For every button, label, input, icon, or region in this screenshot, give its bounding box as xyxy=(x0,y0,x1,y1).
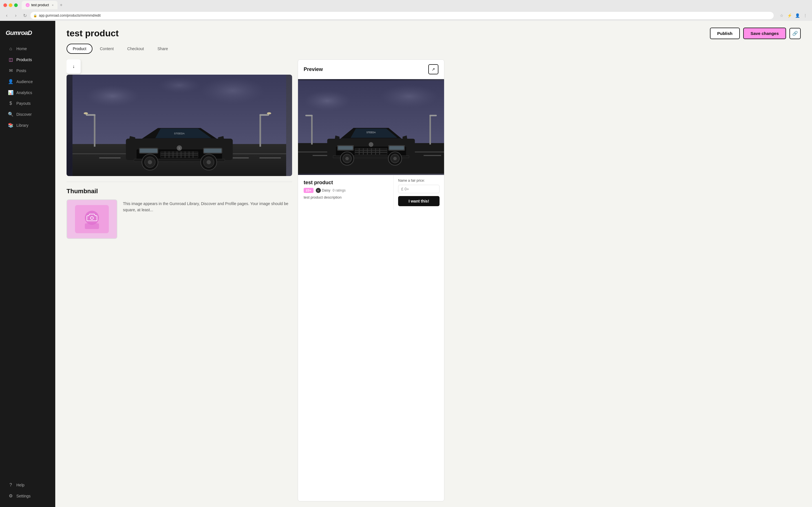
price-badge: £0+ xyxy=(304,188,313,193)
currency-symbol: £ xyxy=(401,187,403,191)
profile-icon[interactable]: 👤 xyxy=(794,12,801,19)
sidebar-item-home[interactable]: ⌂ Home xyxy=(2,43,53,54)
url-bar[interactable]: 🔒 app.gumroad.com/products/mmmmd/edit xyxy=(31,12,774,19)
settings-icon: ⚙ xyxy=(8,493,13,499)
refresh-button[interactable]: ↻ xyxy=(21,12,28,19)
svg-rect-74 xyxy=(367,149,368,155)
preview-product-image: STEEDA xyxy=(298,79,444,175)
sidebar-item-discover[interactable]: 🔍 Discover xyxy=(2,109,53,120)
back-button[interactable]: ‹ xyxy=(3,12,10,19)
price-input-field[interactable]: £ 0+ xyxy=(398,185,440,193)
sidebar-item-label: Discover xyxy=(16,112,32,117)
seller-name: Daisy xyxy=(322,188,331,192)
sidebar-item-analytics[interactable]: 📊 Analytics xyxy=(2,87,53,98)
tab-checkout[interactable]: Checkout xyxy=(121,44,150,54)
price-panel: Name a fair price: £ 0+ I want this! xyxy=(393,175,444,210)
preview-panel: Preview ↗ xyxy=(298,59,444,501)
maximize-window-button[interactable] xyxy=(14,3,18,7)
svg-point-22 xyxy=(267,112,271,115)
sidebar-item-products[interactable]: ◫ Products xyxy=(2,54,53,65)
address-bar: ‹ › ↻ 🔒 app.gumroad.com/products/mmmmd/e… xyxy=(0,10,812,21)
discover-icon: 🔍 xyxy=(8,112,13,117)
preview-info-left: test product £0+ D Daisy 0 ratings test … xyxy=(298,175,393,210)
svg-rect-29 xyxy=(168,152,169,158)
tab-share[interactable]: Share xyxy=(151,44,174,54)
tabs: Product Content Checkout Share xyxy=(55,39,812,54)
svg-rect-39 xyxy=(140,149,158,153)
preview-description: test product description xyxy=(304,195,388,200)
svg-rect-16 xyxy=(259,158,281,159)
svg-text:S: S xyxy=(179,147,180,150)
svg-rect-77 xyxy=(379,149,380,155)
svg-rect-28 xyxy=(165,152,165,158)
save-changes-button[interactable]: Save changes xyxy=(743,27,786,39)
svg-rect-63 xyxy=(311,115,313,145)
content-area: ↓ xyxy=(55,54,812,507)
seller-badge: D Daisy xyxy=(316,188,331,193)
tab-close-button[interactable]: × xyxy=(52,3,54,7)
sidebar: GumroaD ⌂ Home ◫ Products ✉ Posts 👤 Audi… xyxy=(0,21,55,507)
external-link-icon: ↗ xyxy=(432,67,435,71)
thumbnail-section-title: Thumbnail xyxy=(66,187,292,195)
section-divider xyxy=(66,182,292,182)
tab-product[interactable]: Product xyxy=(66,44,93,54)
menu-icon[interactable]: ⋮ xyxy=(802,12,809,19)
svg-text:STEEDA: STEEDA xyxy=(366,131,376,134)
sidebar-item-label: Settings xyxy=(16,494,31,498)
seller-avatar: D xyxy=(316,188,321,193)
forward-button[interactable]: › xyxy=(12,12,19,19)
product-image: S xyxy=(66,75,292,176)
svg-rect-80 xyxy=(338,146,353,150)
want-this-button[interactable]: I want this! xyxy=(398,196,440,206)
sidebar-item-label: Posts xyxy=(16,68,26,73)
analytics-icon: 📊 xyxy=(8,90,13,95)
window-controls xyxy=(3,3,18,7)
sidebar-item-posts[interactable]: ✉ Posts xyxy=(2,65,53,76)
extensions-icon[interactable]: ⚡ xyxy=(786,12,793,19)
sidebar-item-label: Products xyxy=(16,57,32,62)
svg-rect-18 xyxy=(86,114,95,116)
posts-icon: ✉ xyxy=(8,68,13,73)
svg-rect-82 xyxy=(389,146,404,150)
svg-rect-31 xyxy=(177,152,177,158)
svg-point-89 xyxy=(393,157,397,160)
sidebar-item-label: Analytics xyxy=(16,91,32,95)
new-tab-button[interactable]: + xyxy=(60,3,62,8)
sidebar-item-library[interactable]: 📚 Library xyxy=(2,120,53,131)
svg-rect-35 xyxy=(193,152,193,158)
sidebar-item-label: Library xyxy=(16,123,29,128)
link-icon: 🔗 xyxy=(792,31,798,36)
scroll-down-button[interactable]: ↓ xyxy=(66,59,81,73)
svg-rect-20 xyxy=(259,115,261,147)
sidebar-item-settings[interactable]: ⚙ Settings xyxy=(2,490,53,501)
sidebar-item-payouts[interactable]: $ Payouts xyxy=(2,98,53,109)
sidebar-item-audience[interactable]: 👤 Audience xyxy=(2,76,53,87)
page-title: test product xyxy=(66,28,119,39)
minimize-window-button[interactable] xyxy=(9,3,12,7)
help-icon: ? xyxy=(8,483,13,488)
svg-point-8 xyxy=(201,77,265,104)
library-icon: 📚 xyxy=(8,122,13,128)
bookmark-icon[interactable]: ☆ xyxy=(778,12,785,19)
svg-rect-17 xyxy=(94,115,96,147)
image-section: ↓ xyxy=(66,59,292,176)
active-tab[interactable]: G test product × xyxy=(22,1,57,9)
preview-header: Preview ↗ xyxy=(298,60,444,79)
svg-rect-52 xyxy=(85,223,99,229)
sidebar-item-help[interactable]: ? Help xyxy=(2,480,53,490)
audience-icon: 👤 xyxy=(8,79,13,84)
svg-point-9 xyxy=(158,77,201,93)
publish-button[interactable]: Publish xyxy=(710,27,740,39)
copy-link-button[interactable]: 🔗 xyxy=(790,28,801,39)
tab-bar: G test product × + xyxy=(0,0,812,10)
thumbnail-image-preview[interactable] xyxy=(66,200,117,239)
tab-content[interactable]: Content xyxy=(94,44,120,54)
app: GumroaD ⌂ Home ◫ Products ✉ Posts 👤 Audi… xyxy=(0,21,812,507)
sidebar-item-label: Home xyxy=(16,47,27,51)
svg-point-78 xyxy=(369,142,373,147)
preview-badges: £0+ D Daisy 0 ratings xyxy=(304,188,388,193)
products-icon: ◫ xyxy=(8,57,13,62)
preview-product-details: test product £0+ D Daisy 0 ratings test … xyxy=(298,175,444,210)
preview-open-button[interactable]: ↗ xyxy=(428,64,439,74)
close-window-button[interactable] xyxy=(3,3,7,7)
